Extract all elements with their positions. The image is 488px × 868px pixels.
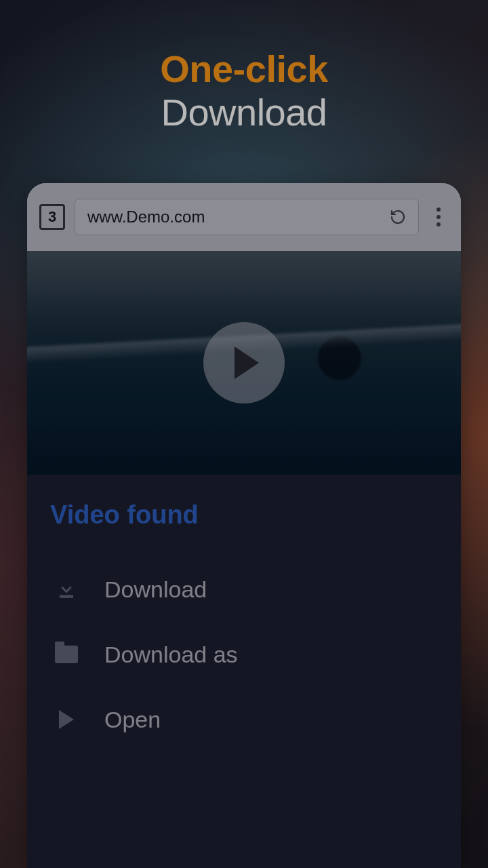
open-button[interactable]: Open [50, 687, 438, 752]
video-thumbnail [27, 251, 461, 475]
download-label: Download [104, 576, 207, 603]
address-url: www.Demo.com [87, 208, 205, 226]
refresh-icon[interactable] [390, 209, 406, 225]
promo-headline: One-click Download [0, 0, 488, 135]
headline-accent: One-click [160, 47, 328, 90]
play-button[interactable] [203, 322, 285, 403]
download-as-label: Download as [104, 642, 238, 668]
device-card: 3 www.Demo.com Video found [27, 183, 461, 868]
headline-sub: Download [161, 91, 327, 134]
video-found-sheet: Video found Download Download as Open [27, 475, 461, 766]
more-menu-icon[interactable] [428, 208, 449, 226]
open-icon [53, 706, 80, 733]
address-bar[interactable]: www.Demo.com [75, 199, 419, 235]
sheet-title: Video found [50, 500, 438, 530]
download-as-button[interactable]: Download as [50, 622, 438, 687]
folder-icon [53, 641, 80, 668]
browser-bar: 3 www.Demo.com [27, 183, 461, 251]
download-icon [53, 576, 80, 603]
open-label: Open [104, 707, 161, 733]
svg-rect-0 [60, 595, 73, 598]
play-icon [235, 347, 259, 379]
tab-count-button[interactable]: 3 [39, 204, 65, 230]
tab-count-value: 3 [48, 208, 56, 226]
download-button[interactable]: Download [50, 557, 438, 622]
